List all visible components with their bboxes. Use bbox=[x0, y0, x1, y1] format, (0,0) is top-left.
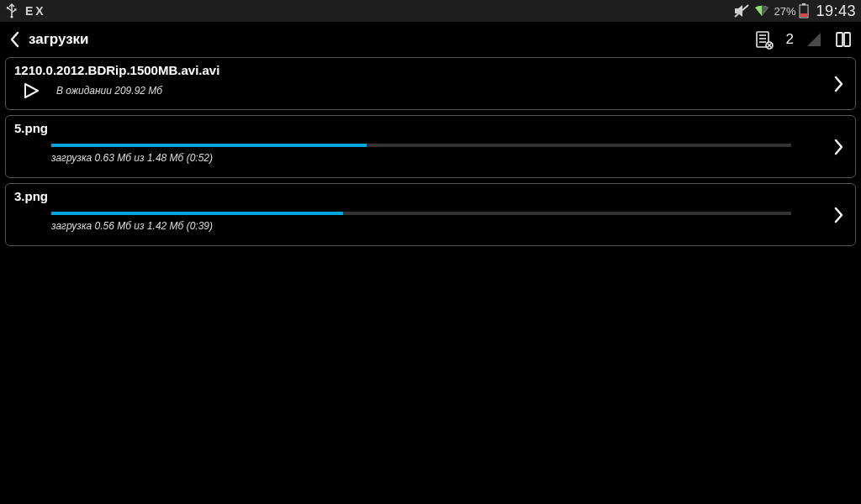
download-status: В ожидании 209.92 Мб bbox=[56, 85, 162, 97]
svg-point-2 bbox=[10, 15, 13, 18]
status-left-cluster: EX bbox=[5, 3, 46, 18]
download-filename: 3.png bbox=[14, 189, 847, 203]
status-app-label: EX bbox=[25, 4, 46, 18]
svg-marker-16 bbox=[25, 84, 38, 97]
download-filename: 1210.0.2012.BDRip.1500MB.avi.avi bbox=[14, 63, 847, 77]
back-button[interactable]: загрузки bbox=[8, 30, 89, 49]
wifi-icon bbox=[753, 4, 770, 18]
signal-icon bbox=[806, 31, 822, 48]
page-title: загрузки bbox=[29, 31, 89, 48]
svg-rect-15 bbox=[844, 33, 850, 46]
svg-point-0 bbox=[7, 7, 9, 9]
download-item[interactable]: 5.png загрузка 0.63 Мб из 1.48 Мб (0:52) bbox=[5, 115, 856, 178]
app-header: загрузки 2 bbox=[0, 22, 861, 57]
download-status: загрузка 0.56 Мб из 1.42 Мб (0:39) bbox=[51, 220, 791, 232]
mute-icon bbox=[733, 3, 750, 18]
progress-bar: загрузка 0.63 Мб из 1.48 Мб (0:52) bbox=[51, 144, 791, 164]
chevron-right-icon bbox=[833, 75, 845, 93]
download-filename: 5.png bbox=[14, 121, 847, 135]
header-right-cluster: 2 bbox=[754, 29, 853, 50]
svg-rect-14 bbox=[837, 33, 843, 46]
chevron-right-icon bbox=[833, 206, 845, 224]
android-status-bar: EX 27% 19:43 bbox=[0, 0, 861, 22]
status-right-cluster: 27% 19:43 bbox=[733, 3, 856, 20]
queue-list-button[interactable] bbox=[754, 29, 774, 50]
usb-icon bbox=[5, 3, 18, 18]
status-clock: 19:43 bbox=[816, 3, 856, 20]
downloads-list: 1210.0.2012.BDRip.1500MB.avi.avi В ожида… bbox=[0, 57, 861, 246]
progress-fill bbox=[51, 144, 367, 147]
battery-icon bbox=[799, 3, 809, 18]
download-item[interactable]: 3.png загрузка 0.56 Мб из 1.42 Мб (0:39) bbox=[5, 183, 856, 246]
download-item[interactable]: 1210.0.2012.BDRip.1500MB.avi.avi В ожида… bbox=[5, 57, 856, 110]
battery-percent: 27% bbox=[774, 5, 795, 18]
progress-fill bbox=[51, 212, 343, 215]
chevron-left-icon bbox=[8, 30, 20, 49]
columns-button[interactable] bbox=[834, 30, 853, 49]
svg-rect-6 bbox=[800, 13, 807, 17]
queue-count: 2 bbox=[786, 31, 794, 48]
progress-bar: загрузка 0.56 Мб из 1.42 Мб (0:39) bbox=[51, 212, 791, 232]
chevron-right-icon bbox=[833, 138, 845, 156]
resume-button[interactable] bbox=[21, 81, 41, 101]
download-status: загрузка 0.63 Мб из 1.48 Мб (0:52) bbox=[51, 152, 791, 164]
svg-rect-1 bbox=[14, 8, 16, 10]
